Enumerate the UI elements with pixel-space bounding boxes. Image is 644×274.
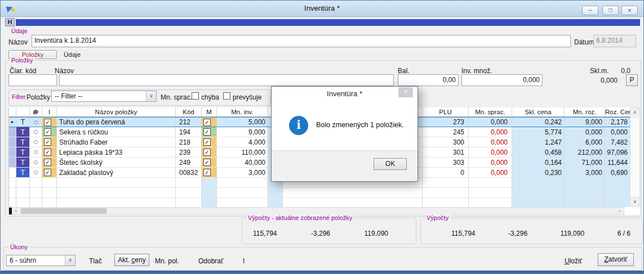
cell-i[interactable]: ✓ <box>42 137 57 147</box>
cell-t[interactable]: T <box>16 158 30 167</box>
cell-bubble[interactable] <box>30 127 42 137</box>
cell-mn_inv[interactable]: 4,000 <box>217 137 268 147</box>
scroll-down-icon[interactable]: ∨ <box>630 197 639 206</box>
cell-roz_cen[interactable]: 2,178 <box>605 118 630 127</box>
split-handle[interactable] <box>9 208 12 214</box>
cell-plu[interactable]: 303 <box>423 158 469 167</box>
cell-kod[interactable]: 239 <box>176 147 202 157</box>
row-checkbox[interactable]: ✓ <box>203 149 211 156</box>
bal-input[interactable]: 0,00 <box>398 74 459 86</box>
vertical-scrollbar[interactable]: ∧ ∨ <box>630 107 640 207</box>
cell-skl_cena[interactable]: 0,458 <box>512 147 565 157</box>
cell-bubble[interactable] <box>30 118 42 127</box>
cell-i[interactable]: ✓ <box>42 118 57 127</box>
col-header-mn_inv[interactable]: Mn. inv. <box>217 107 268 116</box>
col-header-nazov[interactable]: Názov položky <box>57 107 176 116</box>
cell-kod[interactable]: 218 <box>176 137 202 147</box>
i-button[interactable]: I <box>243 257 245 265</box>
scroll-right-icon[interactable]: › <box>616 208 623 214</box>
row-checkbox[interactable]: ✓ <box>44 149 51 156</box>
cell-skl_cena[interactable]: 0,164 <box>512 158 565 167</box>
col-header-bubble[interactable] <box>30 107 42 116</box>
ciar-kod-input[interactable] <box>8 74 57 86</box>
cell-skl_cena[interactable]: 5,774 <box>512 127 565 137</box>
cell-mn_sprac[interactable]: 0,000 <box>469 137 512 147</box>
cell-mn_inv[interactable]: 5,000 <box>217 118 268 127</box>
filter-select[interactable]: -- Filter -- ∨ <box>51 91 157 102</box>
inv-mnoz-input[interactable]: 0,000 <box>461 74 543 86</box>
chyba-checkbox[interactable] <box>192 92 199 100</box>
cell-roz_cen[interactable]: 0,000 <box>605 127 630 137</box>
close-button[interactable]: × <box>621 6 638 15</box>
zatvorit-button[interactable]: Zatvoriť <box>598 253 634 266</box>
row-checkbox[interactable]: ✓ <box>203 159 211 166</box>
row-checkbox[interactable]: ✓ <box>44 138 51 146</box>
row-checkbox[interactable]: ✓ <box>44 128 51 136</box>
row-selector[interactable] <box>9 137 16 147</box>
cell-mn_roz[interactable]: 9,000 <box>565 118 605 127</box>
scroll-up-icon[interactable]: ∧ <box>630 108 639 118</box>
cell-nazov[interactable]: Štetec školský <box>57 158 176 167</box>
col-header-sel[interactable] <box>9 107 16 116</box>
item-nazov-input[interactable] <box>59 74 394 86</box>
cell-mn_sprac[interactable]: 0,000 <box>469 158 512 167</box>
row-selector[interactable] <box>9 158 16 167</box>
cell-t[interactable]: T <box>16 137 30 147</box>
ok-button[interactable]: OK <box>374 158 407 170</box>
odobrat-button[interactable]: Odobrať <box>198 257 224 265</box>
akt-ceny-button[interactable]: Akt. ceny <box>114 254 149 266</box>
ulozit-button[interactable]: Uložiť <box>565 257 582 265</box>
row-checkbox[interactable]: ✓ <box>44 169 51 176</box>
cell-nazov[interactable]: Strúhadlo Faber <box>57 137 176 147</box>
row-checkbox[interactable]: ✓ <box>203 138 211 146</box>
cell-i[interactable]: ✓ <box>42 158 57 167</box>
cell-mn_roz[interactable]: 3,000 <box>565 168 605 177</box>
cell-m[interactable]: ✓ <box>202 158 217 167</box>
row-checkbox[interactable]: ✓ <box>203 128 211 136</box>
prevysuje-checkbox[interactable] <box>223 92 230 100</box>
cell-roz_cen[interactable]: 11,644 <box>605 158 630 167</box>
cell-mn_inv[interactable]: 110,000 <box>217 147 268 157</box>
cell-m[interactable]: ✓ <box>202 127 217 137</box>
cell-roz_cen[interactable]: 97,096 <box>605 147 630 157</box>
cell-i[interactable]: ✓ <box>42 127 57 137</box>
cell-mn_sprac[interactable]: 0,000 <box>469 168 512 177</box>
mn-pol-button[interactable]: Mn. pol. <box>155 257 179 265</box>
cell-mn_roz[interactable]: 6,000 <box>565 137 605 147</box>
chevron-down-icon[interactable]: ∨ <box>65 255 75 266</box>
cell-t[interactable]: T <box>16 127 30 137</box>
cell-plu[interactable]: 245 <box>423 127 469 137</box>
row-checkbox[interactable]: ✓ <box>203 169 211 176</box>
col-header-roz_cen[interactable]: Roz. Cen <box>605 107 630 116</box>
cell-nazov[interactable]: Lepiaca páska 19*33 <box>57 147 176 157</box>
p-button[interactable]: P <box>626 74 638 86</box>
cell-mn_sprac[interactable]: 0,000 <box>469 118 512 127</box>
cell-mn_roz[interactable]: 0,000 <box>565 127 605 137</box>
cell-plu[interactable]: 300 <box>423 137 469 147</box>
cell-bubble[interactable] <box>30 168 42 177</box>
col-header-plu[interactable]: PLU <box>423 107 469 116</box>
cell-i[interactable]: ✓ <box>42 147 57 157</box>
cell-bubble[interactable] <box>30 158 42 167</box>
dialog-close-icon[interactable]: × <box>398 87 413 97</box>
cell-m[interactable]: ✓ <box>202 168 217 177</box>
horizontal-scrollbar[interactable]: ‹ › <box>8 207 624 215</box>
cell-bubble[interactable] <box>30 147 42 157</box>
cell-kod[interactable]: 194 <box>176 127 202 137</box>
row-selector[interactable] <box>9 147 16 157</box>
row-checkbox[interactable]: ✓ <box>44 159 51 166</box>
cell-plu[interactable]: 301 <box>423 147 469 157</box>
nazov-input[interactable]: Inventúra k 1.8.2014 <box>32 35 571 47</box>
cell-t[interactable]: T <box>16 168 30 177</box>
row-selector[interactable] <box>9 168 16 177</box>
cell-kod[interactable]: 212 <box>176 118 202 127</box>
cell-plu[interactable]: 0 <box>423 168 469 177</box>
cell-skl_cena[interactable]: 0,230 <box>512 168 565 177</box>
row-checkbox[interactable]: ✓ <box>203 119 211 126</box>
cell-mn_sprac[interactable]: 0,000 <box>469 127 512 137</box>
cell-skl_cena[interactable]: 1,247 <box>512 137 565 147</box>
minimize-button[interactable]: – <box>582 6 598 15</box>
cell-mn_inv[interactable]: 9,000 <box>217 127 268 137</box>
cell-m[interactable]: ✓ <box>202 147 217 157</box>
cell-nazov[interactable]: Tuha do pera červená <box>57 118 176 127</box>
